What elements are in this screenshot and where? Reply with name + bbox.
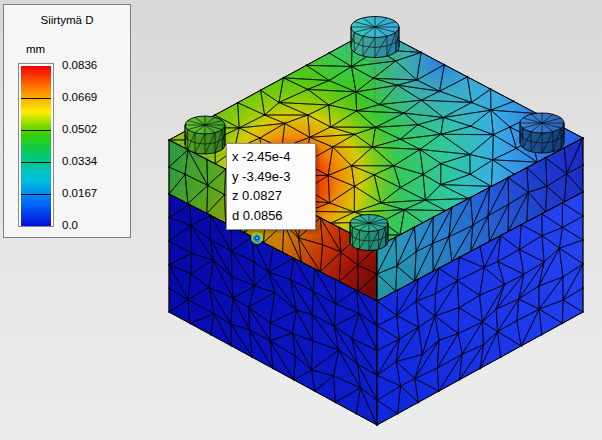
legend-unit: mm: [26, 43, 45, 55]
colorbar-tick-line-2: [21, 162, 51, 163]
probe-value-line-3: d 0.0856: [232, 206, 310, 226]
simulation-viewport[interactable]: Siirtymä D mm 0.08360.06690.05020.03340.…: [0, 0, 602, 440]
colorbar-tick-line-0: [21, 98, 51, 99]
legend-tick-labels: 0.08360.06690.05020.03340.01670.0: [62, 65, 128, 225]
probe-marker[interactable]: [252, 233, 262, 243]
legend-tick-0: 0.0836: [62, 59, 97, 71]
probe-tooltip: x -2.45e-4y -3.49e-3z 0.0827d 0.0856: [226, 143, 316, 230]
legend-title: Siirtymä D: [4, 14, 130, 26]
probe-value-line-2: z 0.0827: [232, 186, 310, 206]
probe-value-line-1: y -3.49e-3: [232, 167, 310, 187]
colorbar-tick-line-3: [21, 194, 51, 195]
colorbar-tick-line-1: [21, 130, 51, 131]
legend-tick-1: 0.0669: [62, 91, 97, 103]
legend-colorbar-frame: [18, 63, 54, 227]
legend-tick-5: 0.0: [62, 219, 78, 231]
boss-front[interactable]: [350, 215, 388, 251]
legend-colorbar: [21, 66, 51, 226]
legend-tick-3: 0.0334: [62, 155, 97, 167]
boss-left[interactable]: [185, 116, 225, 154]
legend-tick-2: 0.0502: [62, 123, 97, 135]
probe-value-line-0: x -2.45e-4: [232, 147, 310, 167]
legend-tick-4: 0.0167: [62, 187, 97, 199]
boss-back[interactable]: [351, 17, 399, 58]
boss-right[interactable]: [520, 113, 564, 153]
legend-panel: Siirtymä D mm 0.08360.06690.05020.03340.…: [3, 4, 131, 238]
